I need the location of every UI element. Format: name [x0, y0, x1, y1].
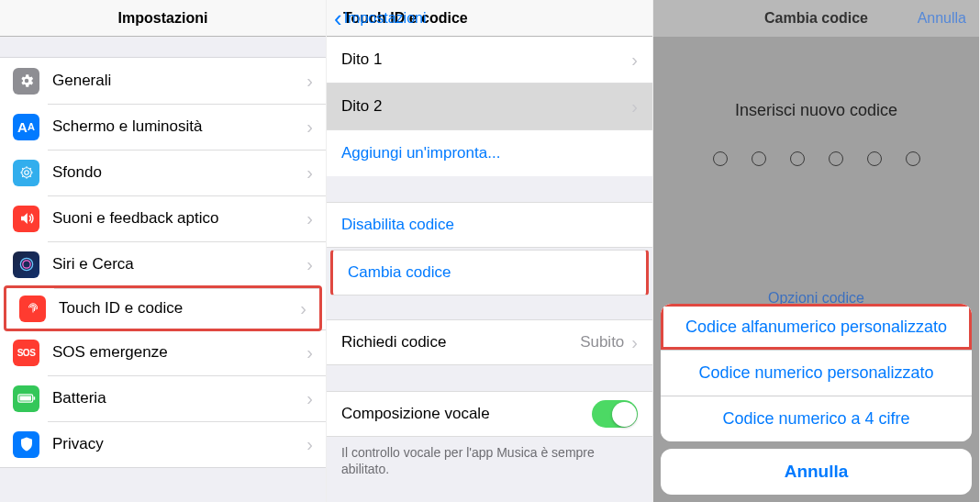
back-button[interactable]: ‹ Impostazioni — [334, 6, 427, 30]
svg-point-1 — [21, 168, 31, 178]
action-sheet: Codice alfanumerico personalizzato Codic… — [661, 304, 972, 495]
chevron-right-icon: › — [631, 332, 638, 353]
chevron-right-icon: › — [306, 117, 313, 138]
chevron-right-icon: › — [306, 254, 313, 275]
passcode-dot — [906, 151, 920, 166]
row-value: Subito — [580, 333, 624, 351]
chevron-right-icon: › — [306, 162, 313, 184]
sos-icon: SOS — [13, 340, 39, 366]
chevron-right-icon: › — [631, 96, 638, 117]
settings-row-siri[interactable]: Siri e Cerca › — [0, 241, 326, 287]
row-label: Composizione vocale — [341, 405, 592, 423]
row-label: Suoni e feedback aptico — [52, 209, 306, 228]
sheet-option-4digit[interactable]: Codice numerico a 4 cifre — [661, 396, 972, 441]
disable-code-row[interactable]: Disabilita codice — [327, 202, 652, 248]
row-label: Privacy — [52, 435, 306, 453]
voice-comp-row: Composizione vocale — [327, 391, 652, 437]
row-label: SOS emergenze — [52, 343, 306, 362]
passcode-prompt: Inserisci nuovo codice — [735, 101, 897, 120]
page-title: Cambia codice — [764, 10, 868, 27]
chevron-right-icon: › — [306, 342, 313, 363]
chevron-right-icon: › — [631, 50, 638, 71]
display-icon: AA — [13, 114, 39, 140]
chevron-right-icon: › — [306, 208, 313, 229]
svg-rect-6 — [19, 396, 31, 401]
battery-icon — [13, 385, 39, 412]
spacer — [327, 176, 652, 202]
finger-row-1[interactable]: Dito 1 › — [327, 37, 652, 83]
spacer — [327, 365, 652, 391]
settings-row-wallpaper[interactable]: Sfondo › — [0, 150, 326, 195]
row-label: Touch ID e codice — [59, 299, 300, 318]
chevron-right-icon: › — [306, 388, 313, 409]
row-label: Schermo e luminosità — [52, 117, 306, 136]
row-label: Richiedi codice — [341, 333, 580, 351]
finger-row-2[interactable]: Dito 2 › — [327, 84, 652, 129]
sounds-icon — [13, 206, 39, 232]
row-label: Batteria — [52, 389, 306, 407]
section-header: CONSENTI ACCESSO SE BLOCCATO: — [327, 490, 652, 502]
chevron-left-icon: ‹ — [334, 6, 342, 30]
passcode-dot — [713, 151, 728, 166]
row-label: Cambia codice — [348, 263, 631, 282]
settings-row-touchid[interactable]: Touch ID e codice › — [4, 285, 322, 331]
row-label: Aggiungi un'impronta... — [341, 144, 638, 162]
row-label: Disabilita codice — [341, 216, 638, 234]
settings-row-privacy[interactable]: Privacy › — [0, 421, 326, 467]
passcode-dots — [713, 151, 920, 166]
require-code-row[interactable]: Richiedi codice Subito › — [327, 319, 652, 365]
sheet-cancel-button[interactable]: Annulla — [661, 449, 972, 495]
settings-row-general[interactable]: Generali › — [0, 58, 326, 104]
chevron-right-icon: › — [306, 434, 313, 455]
row-label: Generali — [52, 72, 306, 90]
back-label: Impostazioni — [344, 10, 427, 27]
cancel-button[interactable]: Annulla — [918, 10, 966, 27]
sheet-option-custom-numeric[interactable]: Codice numerico personalizzato — [661, 350, 972, 396]
row-label: Siri e Cerca — [52, 255, 306, 273]
wallpaper-icon — [13, 160, 39, 186]
change-code-row[interactable]: Cambia codice — [330, 250, 649, 296]
header: Impostazioni — [0, 0, 326, 37]
action-sheet-options: Codice alfanumerico personalizzato Codic… — [661, 304, 972, 441]
svg-rect-5 — [33, 396, 35, 399]
settings-group: Generali › AA Schermo e luminosità › Sfo… — [0, 57, 326, 468]
passcode-dot — [829, 151, 843, 166]
siri-icon — [13, 251, 39, 278]
settings-row-battery[interactable]: Batteria › — [0, 375, 326, 421]
settings-row-sos[interactable]: SOS SOS emergenze › — [0, 329, 326, 375]
chevron-right-icon: › — [300, 298, 306, 319]
spacer — [327, 294, 652, 319]
passcode-dot — [752, 151, 766, 166]
row-label: Dito 1 — [341, 50, 631, 69]
page-title: Impostazioni — [118, 10, 208, 27]
fingerprint-icon — [19, 296, 46, 322]
row-label: Dito 2 — [341, 97, 631, 116]
svg-point-3 — [22, 261, 29, 268]
gear-icon — [13, 68, 39, 95]
settings-row-display[interactable]: AA Schermo e luminosità › — [0, 104, 326, 150]
passcode-dot — [790, 151, 805, 166]
header: ‹ Impostazioni Touch ID e codice — [327, 0, 652, 37]
passcode-dot — [867, 151, 882, 166]
row-label: Sfondo — [52, 163, 306, 182]
chevron-right-icon: › — [306, 71, 313, 92]
add-fingerprint-row[interactable]: Aggiungi un'impronta... — [327, 130, 652, 176]
header: Cambia codice Annulla — [653, 0, 979, 37]
voice-comp-toggle[interactable] — [592, 400, 638, 428]
spacer — [0, 37, 326, 57]
change-code-pane: Cambia codice Annulla Inserisci nuovo co… — [653, 0, 980, 502]
settings-pane: Impostazioni Generali › AA Schermo e lum… — [0, 0, 327, 502]
sheet-option-alphanumeric[interactable]: Codice alfanumerico personalizzato — [661, 304, 972, 350]
settings-row-sounds[interactable]: Suoni e feedback aptico › — [0, 195, 326, 241]
footer-note: Il controllo vocale per l'app Musica è s… — [327, 437, 652, 490]
privacy-icon — [13, 431, 39, 458]
svg-point-0 — [24, 171, 28, 175]
touchid-pane: ‹ Impostazioni Touch ID e codice Dito 1 … — [327, 0, 653, 502]
